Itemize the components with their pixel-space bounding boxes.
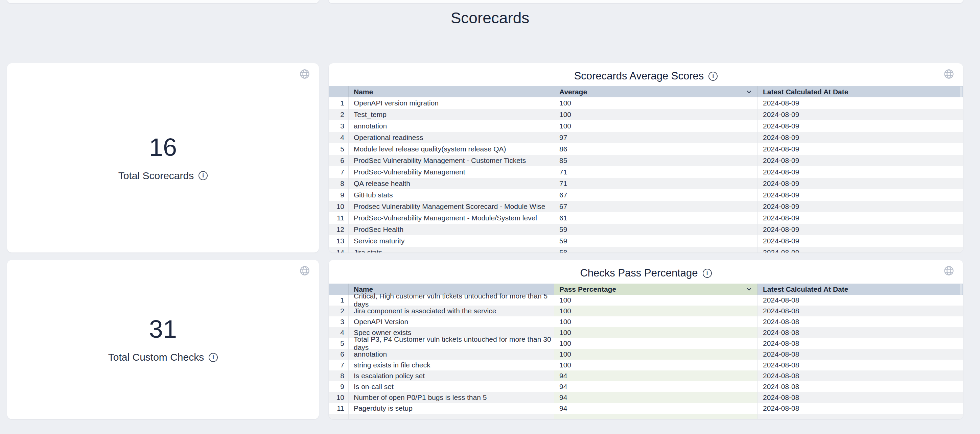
- table-row[interactable]: 2 Jira component is associated with the …: [329, 305, 963, 316]
- row-date: 2024-08-08: [757, 305, 963, 316]
- header-pass-percentage[interactable]: Pass Percentage: [554, 284, 757, 295]
- row-number: 3: [329, 316, 348, 327]
- header-name[interactable]: Name: [348, 86, 554, 97]
- row-name: Module level release quality(system rele…: [348, 143, 554, 155]
- row-number: 7: [329, 166, 348, 178]
- row-average: 85: [554, 155, 757, 166]
- row-pass-percentage: 94: [554, 392, 757, 403]
- header-latest-calculated[interactable]: Latest Calculated At Date: [757, 86, 963, 97]
- row-number: 6: [329, 155, 348, 166]
- table-title: Checks Pass Percentage: [580, 267, 698, 279]
- info-icon[interactable]: i: [208, 353, 218, 362]
- row-date: 2024-08-09: [757, 247, 963, 253]
- total-custom-checks-card: 31 Total Custom Checks i: [7, 260, 319, 419]
- table-row[interactable]: 6 annotation 100 2024-08-08: [329, 349, 963, 360]
- table-row[interactable]: 10 Number of open P0/P1 bugs is less tha…: [329, 392, 963, 403]
- row-date: 2024-08-08: [757, 370, 963, 381]
- scorecards-average-scores-card: Scorecards Average Scores i Name Average…: [329, 63, 963, 253]
- row-name: Number of open P0/P1 bugs is less than 5: [348, 392, 554, 403]
- row-number: 10: [329, 201, 348, 212]
- table-body: 1 OpenAPI version migration 100 2024-08-…: [329, 97, 963, 253]
- row-date: 2024-08-08: [757, 327, 963, 338]
- globe-icon: [299, 68, 310, 79]
- header-row-number: [329, 86, 348, 97]
- row-name: Pagerduty is setup: [348, 403, 554, 414]
- row-date: 2024-08-09: [757, 235, 963, 247]
- row-pass-percentage: 100: [554, 295, 757, 305]
- row-number: 7: [329, 360, 348, 370]
- table-row[interactable]: 8 QA release health 71 2024-08-09: [329, 178, 963, 189]
- table-row[interactable]: 12 ProdSec Health 59 2024-08-09: [329, 224, 963, 235]
- row-name: ProdSec-Vulnerability Management - Modul…: [348, 212, 554, 224]
- row-pass-percentage: 94: [554, 370, 757, 381]
- table-row[interactable]: 5 Module level release quality(system re…: [329, 143, 963, 155]
- table-title-row: Scorecards Average Scores i: [329, 63, 963, 86]
- row-pass-percentage: 94: [554, 381, 757, 392]
- row-date: 2024-08-09: [757, 143, 963, 155]
- row-average: 67: [554, 201, 757, 212]
- info-icon[interactable]: i: [708, 72, 718, 81]
- vertical-scrollbar-thumb[interactable]: [960, 86, 963, 97]
- row-pass-percentage: 94: [554, 403, 757, 414]
- row-pass-percentage: [554, 414, 757, 419]
- table-row[interactable]: 5 Total P3, P4 Customer vuln tickets unt…: [329, 338, 963, 349]
- table-row[interactable]: 3 annotation 100 2024-08-09: [329, 120, 963, 132]
- row-name: Total P3, P4 Customer vuln tickets untou…: [348, 338, 554, 349]
- row-average: 100: [554, 97, 757, 109]
- info-icon[interactable]: i: [703, 269, 712, 278]
- table-row[interactable]: 3 OpenAPI Version 100 2024-08-08: [329, 316, 963, 327]
- row-number: 2: [329, 305, 348, 316]
- table-row[interactable]: 9 Is on-call set 94 2024-08-08: [329, 381, 963, 392]
- cutoff-card-above-right: [329, 0, 963, 3]
- table-row[interactable]: 2 Test_temp 100 2024-08-09: [329, 109, 963, 120]
- row-date: 2024-08-09: [757, 201, 963, 212]
- row-name: Service maturity: [348, 235, 554, 247]
- row-name: ProdSec-Vulnerability Management: [348, 166, 554, 178]
- table-row[interactable]: 7 ProdSec-Vulnerability Management 71 20…: [329, 166, 963, 178]
- table-row[interactable]: 1 Critical, High customer vuln tickets u…: [329, 295, 963, 305]
- row-number: 11: [329, 403, 348, 414]
- table-row[interactable]: 1 OpenAPI version migration 100 2024-08-…: [329, 97, 963, 109]
- row-number: 1: [329, 97, 348, 109]
- row-date: 2024-08-08: [757, 403, 963, 414]
- table-row[interactable]: 8 Is escalation policy set 94 2024-08-08: [329, 370, 963, 381]
- globe-icon: [943, 68, 954, 79]
- row-average: 71: [554, 166, 757, 178]
- header-average[interactable]: Average: [554, 86, 757, 97]
- row-number: 5: [329, 143, 348, 155]
- table-row[interactable]: 9 GitHub stats 67 2024-08-09: [329, 189, 963, 201]
- row-number: 5: [329, 338, 348, 349]
- row-date: 2024-08-08: [757, 316, 963, 327]
- table-row[interactable]: 4 Operational readiness 97 2024-08-09: [329, 132, 963, 143]
- row-date: 2024-08-09: [757, 155, 963, 166]
- row-name: OpenAPI Version: [348, 316, 554, 327]
- row-number: 9: [329, 189, 348, 201]
- table-row[interactable]: 11 ProdSec-Vulnerability Management - Mo…: [329, 212, 963, 224]
- vertical-scrollbar-thumb[interactable]: [960, 284, 963, 295]
- total-scorecards-value: 16: [118, 134, 208, 161]
- table-row[interactable]: 11 Pagerduty is setup 94 2024-08-08: [329, 403, 963, 414]
- page-title: Scorecards: [0, 9, 980, 27]
- row-pass-percentage: 100: [554, 338, 757, 349]
- row-name: Prodsec Vulnerability Management Scoreca…: [348, 201, 554, 212]
- header-latest-calculated[interactable]: Latest Calculated At Date: [757, 284, 963, 295]
- row-number: 8: [329, 370, 348, 381]
- row-average: 59: [554, 235, 757, 247]
- row-number: 14: [329, 247, 348, 253]
- stat-content: 31 Total Custom Checks i: [108, 316, 218, 363]
- table-row[interactable]: 6 ProdSec Vulnerability Management - Cus…: [329, 155, 963, 166]
- row-date: 2024-08-08: [757, 295, 963, 305]
- table-body: 1 Critical, High customer vuln tickets u…: [329, 295, 963, 419]
- row-name: string exists in file check: [348, 360, 554, 370]
- table-row[interactable]: [329, 414, 963, 419]
- table-row[interactable]: 14 Jira stats 58 2024-08-09: [329, 247, 963, 253]
- info-icon[interactable]: i: [199, 171, 208, 180]
- table-row[interactable]: 13 Service maturity 59 2024-08-09: [329, 235, 963, 247]
- row-name: QA release health: [348, 178, 554, 189]
- row-pass-percentage: 100: [554, 360, 757, 370]
- row-average: 100: [554, 109, 757, 120]
- table-row[interactable]: 7 string exists in file check 100 2024-0…: [329, 360, 963, 370]
- row-date: 2024-08-09: [757, 212, 963, 224]
- row-number: 1: [329, 295, 348, 305]
- table-row[interactable]: 10 Prodsec Vulnerability Management Scor…: [329, 201, 963, 212]
